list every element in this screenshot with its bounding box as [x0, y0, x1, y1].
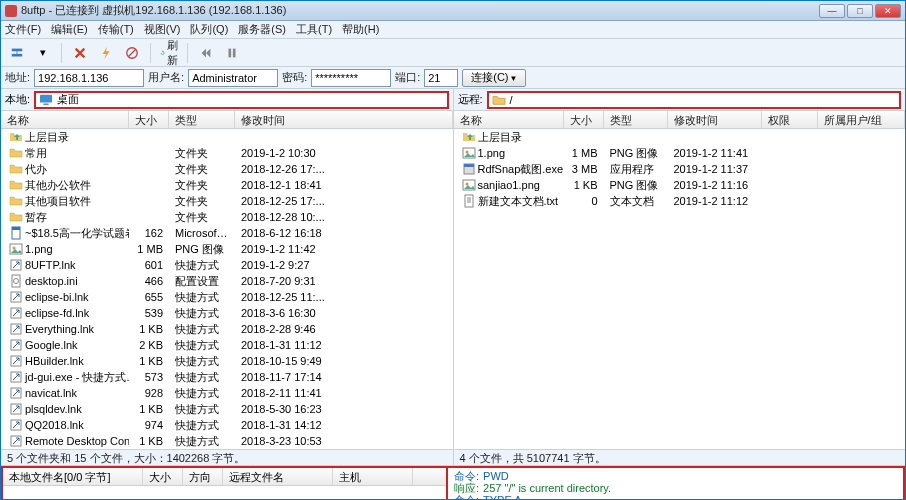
menu-item[interactable]: 文件(F) — [5, 22, 41, 37]
table-row[interactable]: eclipse-bi.lnk655快捷方式2018-12-25 11:... — [1, 289, 453, 305]
queue-col[interactable]: 远程文件名 — [223, 468, 333, 485]
connect-button[interactable]: 连接(C)▼ — [462, 69, 526, 87]
disconnect-icon[interactable] — [70, 43, 90, 63]
up-icon — [9, 130, 23, 144]
log-line: 命令:PWD — [454, 470, 897, 482]
svg-rect-0 — [12, 48, 23, 51]
table-row[interactable]: 8UFTP.lnk601快捷方式2019-1-2 9:27 — [1, 257, 453, 273]
svg-rect-10 — [12, 227, 20, 230]
remote-label: 远程: — [458, 92, 483, 107]
log-pane[interactable]: 命令:PWD响应:257 "/" is current directory.命令… — [447, 466, 905, 500]
queue-col[interactable]: 主机 — [333, 468, 413, 485]
remote-rows[interactable]: 上层目录1.png1 MBPNG 图像2019-1-2 11:41RdfSnap… — [454, 129, 906, 449]
folder-icon — [9, 146, 23, 160]
img-icon — [462, 178, 476, 192]
folder-icon — [9, 194, 23, 208]
col-size[interactable]: 大小 — [129, 111, 169, 128]
table-row[interactable]: 其他项目软件文件夹2018-12-25 17:... — [1, 193, 453, 209]
table-row[interactable]: Everything.lnk1 KB快捷方式2018-2-28 9:46 — [1, 321, 453, 337]
table-row[interactable]: 上层目录 — [454, 129, 906, 145]
table-row[interactable]: HBuilder.lnk1 KB快捷方式2018-10-15 9:49 — [1, 353, 453, 369]
local-pane: 名称 大小 类型 修改时间 上层目录常用文件夹2019-1-2 10:30代办文… — [1, 111, 454, 449]
exe-icon — [462, 162, 476, 176]
table-row[interactable]: 1.png1 MBPNG 图像2019-1-2 11:42 — [1, 241, 453, 257]
menu-item[interactable]: 服务器(S) — [238, 22, 286, 37]
svg-rect-33 — [465, 195, 473, 207]
cancel-icon[interactable] — [122, 43, 142, 63]
queue-col[interactable]: 方向 — [183, 468, 223, 485]
titlebar: 8uftp - 已连接到 虚拟机192.168.1.136 (192.168.1… — [1, 1, 905, 21]
lnk-icon — [9, 370, 23, 384]
table-row[interactable]: desktop.ini466配置设置2018-7-20 9:31 — [1, 273, 453, 289]
dropdown-icon[interactable]: ▾ — [33, 43, 53, 63]
rewind-icon[interactable] — [196, 43, 216, 63]
refresh-button[interactable]: 刷新 — [159, 43, 179, 63]
menu-item[interactable]: 队列(Q) — [190, 22, 228, 37]
col-type[interactable]: 类型 — [169, 111, 235, 128]
table-row[interactable]: 其他办公软件文件夹2018-12-1 18:41 — [1, 177, 453, 193]
lnk-icon — [9, 402, 23, 416]
col-owner[interactable]: 所属用户/组 — [818, 111, 906, 128]
col-name[interactable]: 名称 — [1, 111, 129, 128]
menu-item[interactable]: 传输(T) — [98, 22, 134, 37]
table-row[interactable]: sanjiao1.png1 KBPNG 图像2019-1-2 11:16 — [454, 177, 906, 193]
menu-item[interactable]: 编辑(E) — [51, 22, 88, 37]
menu-item[interactable]: 视图(V) — [144, 22, 181, 37]
table-row[interactable]: RdfSnap截图.exe3 MB应用程序2019-1-2 11:37 — [454, 161, 906, 177]
table-row[interactable]: navicat.lnk928快捷方式2018-2-11 11:41 — [1, 385, 453, 401]
connect-icon[interactable] — [7, 43, 27, 63]
table-row[interactable]: Remote Desktop Connec...1 KB快捷方式2018-3-2… — [1, 433, 453, 449]
col-name[interactable]: 名称 — [454, 111, 564, 128]
img-icon — [9, 242, 23, 256]
table-row[interactable]: 暂存文件夹2018-12-28 10:... — [1, 209, 453, 225]
pause-icon[interactable] — [222, 43, 242, 63]
table-row[interactable]: 代办文件夹2018-12-26 17:... — [1, 161, 453, 177]
address-label: 地址: — [5, 70, 30, 85]
col-size[interactable]: 大小 — [564, 111, 604, 128]
img-icon — [462, 146, 476, 160]
lnk-icon — [9, 258, 23, 272]
remote-path-box[interactable]: / — [487, 91, 901, 109]
svg-rect-1 — [12, 53, 23, 56]
toolbar: ▾ 刷新 — [1, 39, 905, 67]
table-row[interactable]: Google.lnk2 KB快捷方式2018-1-31 11:12 — [1, 337, 453, 353]
table-row[interactable]: 1.png1 MBPNG 图像2019-1-2 11:41 — [454, 145, 906, 161]
table-row[interactable]: eclipse-fd.lnk539快捷方式2018-3-6 16:30 — [1, 305, 453, 321]
local-rows[interactable]: 上层目录常用文件夹2019-1-2 10:30代办文件夹2018-12-26 1… — [1, 129, 453, 449]
close-button[interactable]: ✕ — [875, 4, 901, 18]
table-row[interactable]: plsqldev.lnk1 KB快捷方式2018-5-30 16:23 — [1, 401, 453, 417]
menu-item[interactable]: 工具(T) — [296, 22, 332, 37]
svg-rect-7 — [40, 94, 52, 102]
table-row[interactable]: 上层目录 — [1, 129, 453, 145]
address-bar: 地址: 用户名: 密码: 端口: 连接(C)▼ — [1, 67, 905, 89]
svg-line-4 — [129, 49, 136, 56]
table-row[interactable]: ~$18.5高一化学试题卷 (1)....162Microsoft W...20… — [1, 225, 453, 241]
password-input[interactable] — [311, 69, 391, 87]
lnk-icon — [9, 386, 23, 400]
col-type[interactable]: 类型 — [604, 111, 668, 128]
maximize-button[interactable]: □ — [847, 4, 873, 18]
lnk-icon — [9, 322, 23, 336]
bolt-icon[interactable] — [96, 43, 116, 63]
table-row[interactable]: QQ2018.lnk974快捷方式2018-1-31 14:12 — [1, 417, 453, 433]
queue-col[interactable]: 本地文件名[0/0 字节] — [3, 468, 143, 485]
password-label: 密码: — [282, 70, 307, 85]
col-perm[interactable]: 权限 — [762, 111, 818, 128]
col-date[interactable]: 修改时间 — [668, 111, 762, 128]
port-input[interactable] — [424, 69, 458, 87]
ini-icon — [9, 274, 23, 288]
log-line: 命令:TYPE A — [454, 494, 897, 500]
col-date[interactable]: 修改时间 — [235, 111, 453, 128]
address-input[interactable] — [34, 69, 144, 87]
menu-item[interactable]: 帮助(H) — [342, 22, 379, 37]
table-row[interactable]: jd-gui.exe - 快捷方式.lnk573快捷方式2018-11-7 17… — [1, 369, 453, 385]
table-row[interactable]: 新建文本文档.txt0文本文档2019-1-2 11:12 — [454, 193, 906, 209]
username-input[interactable] — [188, 69, 278, 87]
local-path-box[interactable]: 桌面 — [34, 91, 448, 109]
minimize-button[interactable]: — — [819, 4, 845, 18]
queue-col[interactable]: 大小 — [143, 468, 183, 485]
table-row[interactable]: 常用文件夹2019-1-2 10:30 — [1, 145, 453, 161]
local-label: 本地: — [5, 92, 30, 107]
window-title: 8uftp - 已连接到 虚拟机192.168.1.136 (192.168.1… — [21, 3, 819, 18]
svg-rect-6 — [233, 48, 236, 57]
